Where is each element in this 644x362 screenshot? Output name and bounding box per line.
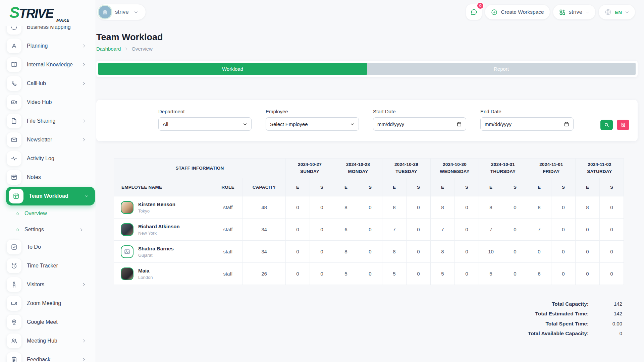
breadcrumb: Dashboard Overview	[96, 46, 638, 52]
chat-button[interactable]: 0	[466, 4, 482, 20]
spent-header: S	[310, 178, 334, 196]
sidebar-subitem-settings[interactable]: Settings	[15, 224, 89, 236]
spent-header: S	[600, 178, 624, 196]
workload-cell: 8	[431, 196, 455, 219]
sidebar-item-notes[interactable]: Notes	[7, 170, 89, 185]
end-date-label: End Date	[480, 109, 574, 114]
create-workspace-button[interactable]: Create Workspace	[485, 5, 549, 19]
clipboard-icon	[10, 356, 18, 362]
workload-cell: 0	[358, 219, 382, 241]
total-label: Total Capacity:	[525, 300, 589, 308]
avatar-broken-image	[121, 245, 133, 258]
capacity-header: CAPACITY	[243, 178, 286, 196]
sidebar-subitem-overview[interactable]: Overview	[15, 207, 89, 220]
department-select[interactable]: All	[158, 117, 252, 131]
workload-cell: 0	[576, 241, 600, 263]
sidebar-item-file-sharing[interactable]: File Sharing	[7, 114, 89, 128]
icon-box	[7, 352, 21, 362]
workload-table-container: STAFF INFORMATION 2024-10-27SUNDAY 2024-…	[114, 158, 624, 285]
tab-workload[interactable]: Workload	[98, 63, 367, 75]
text-tool-icon	[10, 42, 18, 50]
org-selector[interactable]: strive	[553, 5, 596, 19]
employee-city: Tokyo	[138, 208, 175, 214]
workload-cell: 0	[527, 241, 551, 263]
globe-icon	[604, 8, 612, 16]
sidebar-item-google-meet[interactable]: Google Meet	[7, 315, 89, 329]
search-button[interactable]	[600, 120, 613, 130]
workload-cell: 0	[503, 219, 527, 241]
tab-report[interactable]: Report	[367, 63, 636, 75]
filter-actions	[600, 120, 629, 141]
breadcrumb-dashboard[interactable]: Dashboard	[96, 46, 121, 52]
workload-table: STAFF INFORMATION 2024-10-27SUNDAY 2024-…	[114, 158, 624, 285]
workload-cell: 8	[479, 196, 503, 219]
sidebar-item-newsletter[interactable]: Newsletter	[7, 132, 89, 147]
brand-logo[interactable]: STRIVE MAKE	[0, 0, 96, 26]
capacity-cell: 26	[243, 263, 286, 285]
employee-cell: Kirsten Benson Tokyo	[114, 196, 213, 219]
spent-header: S	[503, 178, 527, 196]
sidebar-item-team-workload[interactable]: Team Workload	[6, 187, 95, 205]
chevron-right-icon	[82, 357, 86, 362]
workload-cell: 0	[503, 196, 527, 219]
estimated-header: E	[479, 178, 503, 196]
total-value: 0	[589, 330, 622, 337]
workload-cell: 0	[551, 196, 576, 219]
workload-cell: 0	[358, 196, 382, 219]
calendar-icon[interactable]	[457, 121, 462, 127]
employee-city: New York	[138, 231, 180, 236]
sidebar-item-video-hub[interactable]: Video Hub	[7, 95, 89, 110]
employee-city: Gujarat	[138, 253, 174, 258]
workload-cell: 8	[576, 196, 600, 219]
sidebar-item-callhub[interactable]: CallHub	[7, 76, 89, 91]
workload-cell: 8	[382, 241, 407, 263]
sidebar-item-label: Internal Knowledge	[27, 62, 73, 68]
employee-value: Select Employee	[270, 121, 308, 127]
estimated-header: E	[527, 178, 551, 196]
workload-cell: 0	[455, 196, 479, 219]
broken-image-icon	[124, 248, 130, 255]
table-group-header-row: STAFF INFORMATION 2024-10-27SUNDAY 2024-…	[114, 159, 624, 178]
clear-filters-button[interactable]	[617, 120, 629, 130]
sidebar-item-internal-knowledge[interactable]: Internal Knowledge	[7, 57, 89, 72]
workspace-selector[interactable]: strive	[97, 4, 146, 20]
workload-cell: 0	[551, 219, 576, 241]
end-date-input-wrap	[480, 117, 574, 131]
end-date-input[interactable]	[485, 121, 564, 127]
role-cell: staff	[213, 219, 243, 241]
language-selector[interactable]: EN	[599, 5, 635, 19]
sidebar-item-meeting-hub[interactable]: Meeting Hub	[7, 334, 89, 348]
sidebar-item-time-tracker[interactable]: Time Tracker	[7, 258, 89, 273]
chevron-right-icon	[79, 228, 84, 232]
table-row: Kirsten Benson Tokyo staff 48 0 0 8 0 8 …	[114, 196, 624, 219]
chevron-down-icon	[84, 194, 89, 198]
sidebar-item-zoom-meeting[interactable]: Zoom Meeting	[7, 296, 89, 311]
page-title: Team Workload	[96, 32, 638, 43]
start-date-input[interactable]	[377, 121, 457, 127]
total-capacity-row: Total Capacity: 142	[522, 300, 622, 308]
employee-name: Shafira Barnes	[138, 246, 174, 251]
sidebar-item-activity-log[interactable]: Activity Log	[7, 151, 89, 166]
icon-box	[7, 76, 21, 91]
employee-city: London	[138, 275, 153, 280]
icon-box	[7, 170, 21, 185]
calendar-icon[interactable]	[564, 121, 569, 127]
icon-box	[7, 315, 21, 329]
estimated-header: E	[334, 178, 358, 196]
sidebar-item-visitors[interactable]: Visitors	[7, 277, 89, 292]
workload-cell: 0	[358, 263, 382, 285]
sidebar-item-feedback[interactable]: Feedback	[7, 352, 89, 362]
workload-cell: 0	[455, 241, 479, 263]
plus-circle-icon	[491, 9, 498, 16]
org-name: strive	[569, 9, 583, 15]
employee-select[interactable]: Select Employee	[266, 117, 359, 131]
sidebar-item-to-do[interactable]: To Do	[7, 240, 89, 254]
sidebar-item-planning[interactable]: Planning	[7, 39, 89, 53]
workload-cell: 5	[431, 263, 455, 285]
webcam-icon	[10, 318, 18, 326]
chevron-right-icon	[82, 339, 86, 343]
capacity-cell: 48	[243, 196, 286, 219]
employee-name: Richard Atkinson	[138, 224, 180, 229]
employee-name: Maia	[138, 268, 153, 274]
brand-logo-text: STRIVE	[9, 13, 53, 19]
